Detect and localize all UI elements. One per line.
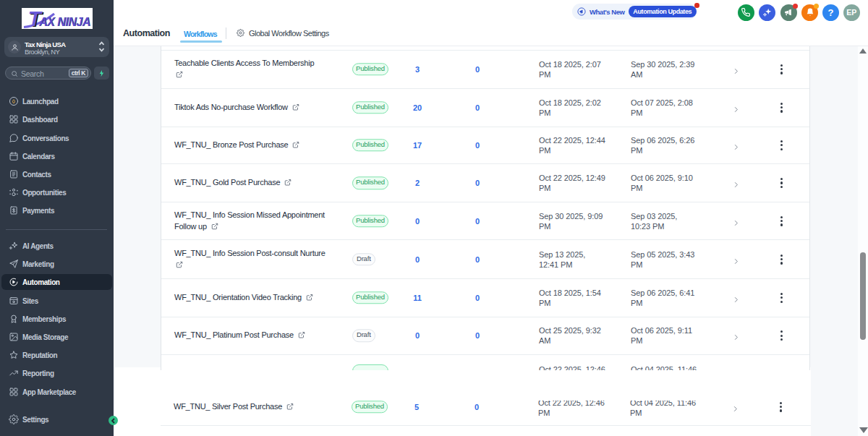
svg-text:AX NINJA: AX NINJA xyxy=(38,16,90,28)
